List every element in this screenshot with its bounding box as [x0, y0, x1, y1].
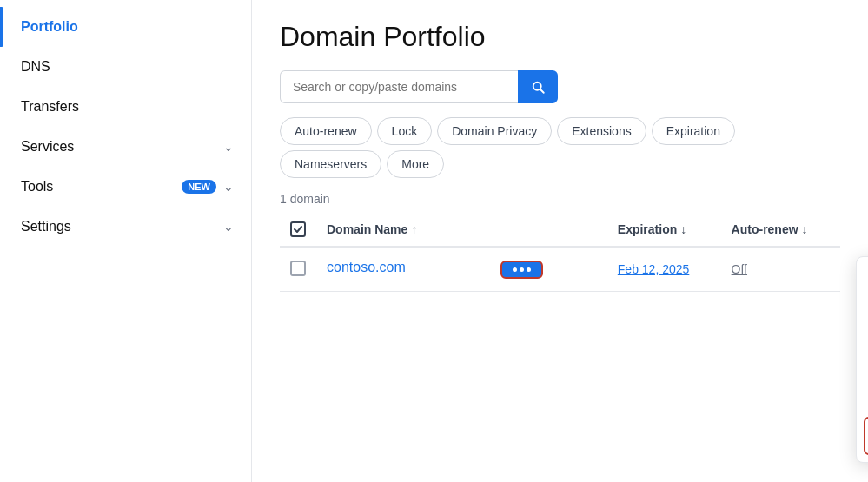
table-row: contoso.com Feb 12, 2025 Off	[280, 247, 840, 292]
dot-icon	[520, 267, 524, 272]
row-checkbox[interactable]	[290, 261, 306, 276]
chevron-down-icon: ⌄	[223, 180, 234, 194]
sidebar-item-label: Transfers	[21, 99, 234, 115]
sidebar-item-services[interactable]: Services ⌄	[0, 127, 251, 167]
sidebar-item-transfers[interactable]: Transfers	[0, 87, 251, 127]
dropdown-item-nameservers[interactable]: Edit nameservers	[864, 417, 868, 455]
search-bar	[280, 70, 558, 103]
table-header-row: Domain Name ↑ Expiration ↓ Auto-renew ↓	[280, 213, 840, 247]
row-expiration-cell: Feb 12, 2025	[607, 247, 721, 292]
sidebar-item-portfolio[interactable]: Portfolio	[0, 7, 251, 47]
sidebar-item-label: DNS	[21, 59, 234, 75]
auto-renew-status[interactable]: Off	[732, 262, 747, 276]
sidebar-item-label: Services	[21, 139, 223, 155]
dot-icon	[513, 267, 517, 272]
search-button[interactable]	[518, 70, 558, 103]
table-header-auto-renew[interactable]: Auto-renew ↓	[721, 213, 840, 247]
dropdown-item-auto-renew[interactable]: Turn Auto-renew On	[857, 262, 868, 300]
filter-more[interactable]: More	[387, 150, 444, 178]
row-domain-cell: contoso.com	[316, 247, 607, 292]
context-dropdown-menu: Turn Auto-renew On Turn Lock Off Edit Pr…	[856, 256, 868, 463]
main-content: Domain Portfolio Auto-renew Lock Domain …	[252, 0, 868, 482]
filter-domain-privacy[interactable]: Domain Privacy	[437, 117, 552, 145]
filter-nameservers[interactable]: Nameservers	[280, 150, 381, 178]
sidebar-item-label: Portfolio	[21, 19, 234, 35]
new-badge: NEW	[182, 180, 216, 194]
filter-extensions[interactable]: Extensions	[557, 117, 646, 145]
domain-table: Domain Name ↑ Expiration ↓ Auto-renew ↓ …	[280, 213, 840, 292]
dropdown-item-dns[interactable]: Edit DNS	[857, 377, 868, 415]
context-menu-button[interactable]	[500, 261, 543, 279]
filter-expiration[interactable]: Expiration	[652, 117, 735, 145]
row-auto-renew-cell: Off	[721, 247, 840, 292]
sidebar: Portfolio DNS Transfers Services ⌄ Tools…	[0, 0, 252, 482]
search-input[interactable]	[280, 70, 518, 103]
filter-tabs: Auto-renew Lock Domain Privacy Extension…	[280, 117, 840, 178]
chevron-down-icon: ⌄	[223, 220, 234, 234]
dropdown-item-lock[interactable]: Turn Lock Off	[857, 300, 868, 339]
sidebar-item-dns[interactable]: DNS	[0, 47, 251, 87]
sidebar-item-tools[interactable]: Tools NEW ⌄	[0, 167, 251, 207]
sidebar-item-label: Settings	[21, 219, 223, 234]
row-checkbox-cell	[280, 247, 316, 292]
chevron-down-icon: ⌄	[223, 140, 234, 154]
domain-count: 1 domain	[280, 192, 840, 206]
dropdown-item-privacy[interactable]: Edit Privacy	[857, 339, 868, 377]
dot-icon	[527, 267, 531, 272]
filter-auto-renew[interactable]: Auto-renew	[280, 117, 372, 145]
checkmark-icon	[293, 224, 303, 234]
expiration-date[interactable]: Feb 12, 2025	[618, 262, 690, 276]
domain-link[interactable]: contoso.com	[327, 260, 406, 274]
filter-lock[interactable]: Lock	[377, 117, 433, 145]
select-all-checkbox[interactable]	[290, 221, 306, 237]
search-icon	[530, 79, 546, 95]
table-header-checkbox[interactable]	[280, 213, 316, 247]
table-header-domain-name[interactable]: Domain Name ↑	[316, 213, 607, 247]
sidebar-item-settings[interactable]: Settings ⌄	[0, 207, 251, 247]
page-title: Domain Portfolio	[280, 21, 840, 53]
sidebar-item-label: Tools	[21, 179, 182, 195]
table-header-expiration[interactable]: Expiration ↓	[607, 213, 721, 247]
